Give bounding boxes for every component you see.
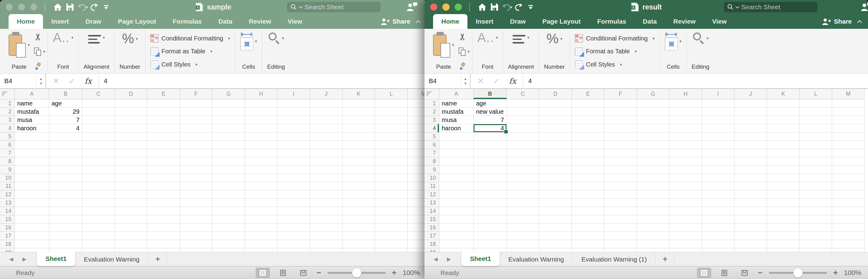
cell-c7[interactable] [82, 149, 115, 157]
cell-k4[interactable] [767, 124, 800, 133]
column-header-f[interactable]: F [180, 89, 212, 99]
cell-m19[interactable] [832, 248, 865, 252]
search-field[interactable]: Search Sheet [287, 2, 381, 12]
ribbon-tab-draw[interactable]: Draw [78, 14, 110, 29]
cell-g3[interactable] [637, 116, 670, 124]
cell-e13[interactable] [572, 199, 604, 207]
cell-g1[interactable] [637, 99, 670, 108]
cell-h11[interactable] [670, 182, 702, 190]
row-header-4[interactable]: 4 [425, 124, 439, 133]
cell-i5[interactable] [277, 133, 310, 141]
cell-j19[interactable] [310, 248, 343, 252]
cell-j16[interactable] [735, 223, 767, 232]
undo-dropdown-icon[interactable]: ▾ [86, 5, 88, 9]
cell-d12[interactable] [115, 190, 147, 199]
cell-a9[interactable] [15, 166, 49, 174]
cell-m9[interactable] [408, 166, 427, 174]
column-header-g[interactable]: G [637, 89, 670, 99]
sheet-nav-left-icon[interactable]: ◀ [434, 256, 438, 263]
cell-j8[interactable] [310, 157, 343, 166]
cell-e8[interactable] [147, 157, 180, 166]
cell-g13[interactable] [212, 199, 245, 207]
format-as-table-button[interactable]: Format as Table ▾ [150, 46, 230, 57]
row-header-1[interactable]: 1 [425, 99, 439, 108]
cell-g1[interactable] [212, 99, 245, 108]
column-header-g[interactable]: G [212, 89, 245, 99]
cell-d3[interactable] [539, 116, 572, 124]
column-header-h[interactable]: H [245, 89, 277, 99]
cell-g7[interactable] [637, 149, 670, 157]
sheet-tab-evaluation-warning[interactable]: Evaluation Warning [75, 252, 148, 266]
cell-m8[interactable] [832, 157, 865, 166]
cell-l17[interactable] [375, 232, 408, 240]
cell-d2[interactable] [539, 108, 572, 116]
format-painter-icon[interactable] [34, 63, 42, 71]
cell-h16[interactable] [245, 223, 277, 232]
cell-a2[interactable]: mustafa [439, 108, 474, 116]
cell-h17[interactable] [670, 232, 702, 240]
column-header-m[interactable]: M [832, 89, 865, 99]
row-header-10[interactable]: 10 [0, 174, 15, 182]
save-icon[interactable] [488, 2, 501, 12]
cell-f10[interactable] [180, 174, 212, 182]
cell-l9[interactable] [800, 166, 832, 174]
fullscreen-button[interactable] [30, 3, 37, 11]
cell-j11[interactable] [310, 182, 343, 190]
cell-c10[interactable] [507, 174, 539, 182]
cell-h19[interactable] [670, 248, 702, 252]
editing-group[interactable]: ▾ Editing [687, 31, 714, 72]
cell-e6[interactable] [147, 141, 180, 149]
cell-g16[interactable] [637, 223, 670, 232]
cell-h6[interactable] [670, 141, 702, 149]
cell-e17[interactable] [572, 232, 604, 240]
cell-f7[interactable] [180, 149, 212, 157]
row-header-18[interactable]: 18 [0, 240, 15, 248]
cell-l14[interactable] [375, 207, 408, 215]
cell-j15[interactable] [310, 215, 343, 223]
column-header-c[interactable]: C [507, 89, 539, 99]
cell-c12[interactable] [82, 190, 115, 199]
cell-f19[interactable] [604, 248, 637, 252]
cell-d6[interactable] [115, 141, 147, 149]
cell-k3[interactable] [343, 116, 375, 124]
home-icon[interactable] [52, 2, 64, 12]
cell-a15[interactable] [439, 215, 474, 223]
search-scope-chevron-icon[interactable] [299, 5, 303, 9]
cell-a9[interactable] [439, 166, 474, 174]
conditional-formatting-button[interactable]: Conditional Formatting ▾ [575, 33, 655, 44]
fullscreen-button[interactable] [455, 3, 462, 11]
cell-f9[interactable] [604, 166, 637, 174]
cell-e2[interactable] [572, 108, 604, 116]
cell-e11[interactable] [572, 182, 604, 190]
cell-d11[interactable] [115, 182, 147, 190]
cell-b2[interactable]: 29 [49, 108, 82, 116]
cell-c2[interactable] [82, 108, 115, 116]
cell-a2[interactable]: mustafa [15, 108, 49, 116]
cell-k19[interactable] [343, 248, 375, 252]
cell-m19[interactable] [408, 248, 427, 252]
cell-c1[interactable] [507, 99, 539, 108]
cell-f8[interactable] [604, 157, 637, 166]
cell-c14[interactable] [507, 207, 539, 215]
normal-view-button[interactable] [697, 268, 711, 278]
cell-d12[interactable] [539, 190, 572, 199]
cell-i6[interactable] [277, 141, 310, 149]
cell-i5[interactable] [702, 133, 735, 141]
cell-m17[interactable] [408, 232, 427, 240]
cell-e16[interactable] [147, 223, 180, 232]
cell-m8[interactable] [408, 157, 427, 166]
cell-k17[interactable] [343, 232, 375, 240]
cell-m12[interactable] [408, 190, 427, 199]
cell-j13[interactable] [310, 199, 343, 207]
column-header-b[interactable]: B [474, 89, 507, 99]
search-scope-chevron-icon[interactable] [735, 5, 739, 9]
ribbon-tab-insert[interactable]: Insert [43, 14, 77, 29]
cell-e19[interactable] [572, 248, 604, 252]
cell-i17[interactable] [277, 232, 310, 240]
cell-i4[interactable] [702, 124, 735, 133]
search-field[interactable]: Search Sheet [724, 2, 817, 12]
cell-j14[interactable] [735, 207, 767, 215]
cell-b1[interactable]: age [49, 99, 82, 108]
cell-f2[interactable] [604, 108, 637, 116]
cell-f15[interactable] [180, 215, 212, 223]
